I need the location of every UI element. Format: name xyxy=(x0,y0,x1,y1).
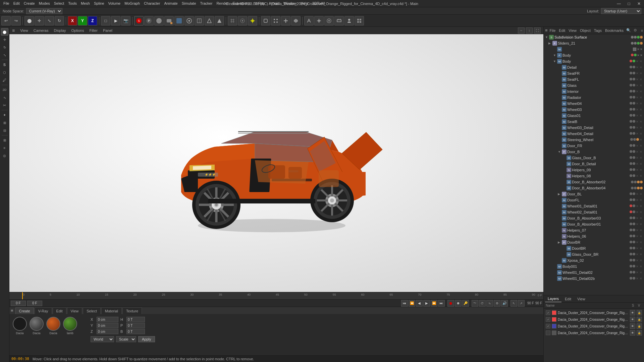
tree-item-detail[interactable]: MDetail✕✕ xyxy=(544,64,644,70)
material-swatch-dacia-black[interactable]: Dacia xyxy=(13,317,27,335)
hamburger-icon[interactable]: ≡ xyxy=(12,28,15,33)
poly-mode-btn[interactable] xyxy=(291,16,301,25)
tree-item-wheel01-detail02b[interactable]: MWheel01_Detail02b✕✕ xyxy=(544,276,644,282)
tree-item-doorlbr[interactable]: MDoorlBR✕✕ xyxy=(544,245,644,251)
tool-node[interactable]: ⬡ xyxy=(1,69,8,76)
close-button[interactable]: ✕ xyxy=(634,0,644,7)
tool-bridge[interactable]: ⊟ xyxy=(1,127,8,134)
menu-render[interactable]: Render xyxy=(214,0,230,7)
layout-select[interactable]: Startup (User) xyxy=(601,8,641,14)
extra-btn-5[interactable] xyxy=(344,16,354,25)
tool-magic-wand[interactable]: ✦ xyxy=(1,111,8,119)
tree-item-helpers-09[interactable]: NHelpers_09✕✕ xyxy=(544,167,644,173)
tab-material[interactable]: Material xyxy=(101,307,122,314)
tree-item-doorbr[interactable]: ▶FDoorBR✕✕ xyxy=(544,239,644,245)
right-tags-menu[interactable]: Tags xyxy=(593,28,603,33)
layers-view-menu[interactable]: View xyxy=(575,296,588,302)
menu-simulate[interactable]: Simulate xyxy=(180,0,198,7)
tree-item-wheel01-detail02[interactable]: MWheel01_Detail02✕✕ xyxy=(544,269,644,276)
tool-layer[interactable]: ≡ xyxy=(1,144,8,152)
tool-spiro[interactable]: ∿ xyxy=(1,94,8,101)
tool-scale[interactable]: ⤡ xyxy=(1,51,8,59)
right-bookmarks-menu[interactable]: Bookmarks xyxy=(604,28,625,33)
right-filter-icon[interactable]: ⚙ xyxy=(632,27,638,34)
tree-item-seatfl[interactable]: MSeatFL✕✕ xyxy=(544,76,644,82)
current-frame-input[interactable] xyxy=(11,301,26,306)
tree-item-wheel02-detail01[interactable]: MWheel02_Detail01✕✕ xyxy=(544,209,644,215)
render-to-picture-btn[interactable]: 📷 xyxy=(121,16,130,25)
right-settings-icon[interactable]: ≡ xyxy=(639,27,644,34)
snap-btn[interactable] xyxy=(238,16,247,25)
material-swatch-dacia-orange[interactable]: Dacia xyxy=(46,317,60,335)
light-btn[interactable] xyxy=(248,16,257,25)
right-file-menu[interactable]: File xyxy=(548,28,557,33)
layer-bones[interactable]: ✓ Dacia_Duster_2024_Crossover_Orange_Rig… xyxy=(544,316,644,323)
right-edit-menu[interactable]: Edit xyxy=(557,28,567,33)
hamburger-bottom[interactable]: ≡ xyxy=(11,308,13,313)
obj-mode-btn[interactable] xyxy=(261,16,270,25)
extra-btn-3[interactable] xyxy=(324,16,334,25)
tab-select[interactable]: Select xyxy=(83,307,101,314)
layer-v2-icon[interactable]: 🔒 xyxy=(637,317,642,322)
tree-item-door-bl[interactable]: ▶FDoor_BL✕✕ xyxy=(544,191,644,197)
menu-3dtoall[interactable]: 3DToAll xyxy=(310,0,327,7)
p-input[interactable] xyxy=(126,323,145,328)
menu-file[interactable]: File xyxy=(1,0,11,7)
viewport-maximize[interactable]: ⛶ xyxy=(534,27,541,34)
layer-v3-icon[interactable]: 🔒 xyxy=(637,323,642,329)
timeline-btn[interactable]: ⏱ xyxy=(479,300,486,307)
layer-s2-icon[interactable]: 👁 xyxy=(630,317,635,322)
menu-vray[interactable]: V-Ray xyxy=(253,0,267,7)
undo-button[interactable]: ↩ xyxy=(1,16,11,25)
render-region-btn[interactable]: □ xyxy=(101,16,110,25)
layers-tab[interactable]: Layers xyxy=(545,296,561,302)
tree-item-glass[interactable]: MGlass✕✕ xyxy=(544,82,644,88)
x-pos-input[interactable] xyxy=(97,317,118,322)
edges-mode-btn[interactable] xyxy=(281,16,290,25)
prev-frame-btn[interactable]: ⏪ xyxy=(409,300,415,307)
plugin-btn-8[interactable] xyxy=(205,16,214,25)
menu-arnold[interactable]: Arnold xyxy=(267,0,281,7)
tool-select[interactable]: ⬤ xyxy=(1,28,8,36)
auto-key-btn[interactable]: ⏺ xyxy=(455,300,462,307)
tool-s-icon[interactable]: S xyxy=(1,61,8,68)
node-space-select[interactable]: Current (V-Ray) xyxy=(26,8,62,14)
plugin-btn-4[interactable] xyxy=(164,16,174,25)
tab-view[interactable]: View xyxy=(67,307,83,314)
tree-item-door-b[interactable]: ▼FDoor_B✕✕ xyxy=(544,149,644,155)
move-tool-btn[interactable]: ✛ xyxy=(35,16,44,25)
layer-s-icon[interactable]: 👁 xyxy=(630,310,635,315)
scale-select[interactable]: Scale xyxy=(116,336,136,342)
extra-btn-1[interactable] xyxy=(304,16,314,25)
material-swatch-dacia-gray[interactable]: Dacia xyxy=(30,317,44,335)
plugin-btn-1[interactable]: S xyxy=(134,16,144,25)
menu-select[interactable]: Select xyxy=(52,0,66,7)
record-btn[interactable]: ⏺ xyxy=(447,300,454,307)
tab-texture[interactable]: Texture xyxy=(122,307,142,314)
extra-btn-4[interactable] xyxy=(334,16,344,25)
tree-item-body[interactable]: ▼ F Body ✕ ✕ xyxy=(544,52,644,58)
viewport-nav-2[interactable]: ↕ xyxy=(526,27,533,34)
menu-mesh[interactable]: Mesh xyxy=(79,0,92,7)
viewport-panel-menu[interactable]: Panel xyxy=(103,28,112,33)
plugin-btn-3[interactable] xyxy=(154,16,164,25)
points-mode-btn[interactable] xyxy=(271,16,280,25)
tree-item-xposa-02[interactable]: MXposa_02✕✕ xyxy=(544,257,644,263)
tab-edit[interactable]: Edit xyxy=(53,307,66,314)
tree-item-wheel04-detail[interactable]: MWheel04_Detail✕✕ xyxy=(544,131,644,137)
menu-edit[interactable]: Edit xyxy=(11,0,22,7)
viewport-filter-menu[interactable]: Filter xyxy=(89,28,97,33)
menu-tools[interactable]: Tools xyxy=(66,0,79,7)
tool-2d[interactable]: 2D xyxy=(1,86,8,94)
tree-item-body001[interactable]: MBody001✕✕ xyxy=(544,263,644,269)
viewport-nav-1[interactable]: ↔ xyxy=(518,27,525,34)
tree-item-door-fr[interactable]: MDoor_FR✕✕ xyxy=(544,143,644,149)
maximize-button[interactable]: □ xyxy=(624,0,634,7)
apply-button[interactable]: Apply xyxy=(138,336,155,342)
tab-vray[interactable]: V-Ray xyxy=(35,307,52,314)
menu-help[interactable]: Help xyxy=(299,0,310,7)
tree-item-glass-door-br[interactable]: MGlass_Door_BR✕✕ xyxy=(544,251,644,257)
key-all-btn[interactable]: 🔑 xyxy=(462,300,469,307)
rotate-tool-btn[interactable]: ↻ xyxy=(55,16,64,25)
tree-item-helpers-06[interactable]: NHelpers_06✕✕ xyxy=(544,233,644,239)
